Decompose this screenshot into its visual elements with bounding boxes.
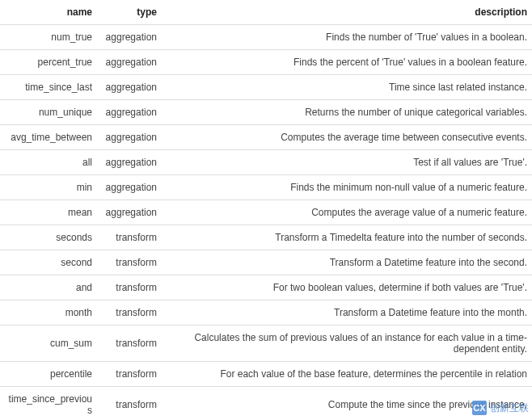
cell-type: transform — [97, 300, 162, 326]
cell-name: cum_sum — [0, 326, 97, 362]
cell-name: percent_true — [0, 50, 97, 75]
cell-description: Finds the number of 'True' values in a b… — [162, 25, 532, 50]
cell-name: seconds — [0, 225, 97, 250]
cell-type: transform — [97, 225, 162, 250]
cell-type: transform — [97, 250, 162, 275]
cell-type: aggregation — [97, 175, 162, 200]
table-row: percent_trueaggregationFinds the percent… — [0, 50, 532, 75]
table-row: time_since_lastaggregationTime since las… — [0, 75, 532, 100]
cell-description: Computes the average value of a numeric … — [162, 200, 532, 225]
cell-description: For two boolean values, determine if bot… — [162, 275, 532, 300]
cell-description: Transform a Timedelta feature into the n… — [162, 225, 532, 250]
table-header-row: name type description — [0, 0, 532, 25]
header-type: type — [97, 0, 162, 25]
cell-name: percentile — [0, 362, 97, 387]
cell-name: and — [0, 275, 97, 300]
table-row: time_since_previoustransformCompute the … — [0, 387, 532, 421]
primitives-table: name type description num_trueaggregatio… — [0, 0, 532, 420]
cell-type: transform — [97, 275, 162, 300]
cell-name: avg_time_between — [0, 125, 97, 150]
cell-description: Finds the percent of 'True' values in a … — [162, 50, 532, 75]
cell-description: Calculates the sum of previous values of… — [162, 326, 532, 362]
table-row: secondstransformTransform a Timedelta fe… — [0, 225, 532, 250]
cell-description: Compute the time since the previous inst… — [162, 387, 532, 421]
table-row: avg_time_betweenaggregationComputes the … — [0, 125, 532, 150]
cell-name: time_since_previous — [0, 387, 97, 421]
cell-description: Finds the minimum non-null value of a nu… — [162, 175, 532, 200]
cell-name: mean — [0, 200, 97, 225]
cell-type: aggregation — [97, 75, 162, 100]
header-name: name — [0, 0, 97, 25]
cell-description: Transform a Datetime feature into the se… — [162, 250, 532, 275]
cell-name: min — [0, 175, 97, 200]
cell-type: transform — [97, 387, 162, 421]
cell-type: aggregation — [97, 125, 162, 150]
table-row: andtransformFor two boolean values, dete… — [0, 275, 532, 300]
table-row: cum_sumtransformCalculates the sum of pr… — [0, 326, 532, 362]
table-row: secondtransformTransform a Datetime feat… — [0, 250, 532, 275]
table-row: meanaggregationComputes the average valu… — [0, 200, 532, 225]
cell-name: all — [0, 150, 97, 175]
table-row: minaggregationFinds the minimum non-null… — [0, 175, 532, 200]
cell-name: second — [0, 250, 97, 275]
header-description: description — [162, 0, 532, 25]
cell-name: time_since_last — [0, 75, 97, 100]
cell-description: Returns the number of unique categorical… — [162, 100, 532, 125]
cell-type: aggregation — [97, 25, 162, 50]
cell-description: Time since last related instance. — [162, 75, 532, 100]
cell-type: aggregation — [97, 50, 162, 75]
cell-type: aggregation — [97, 200, 162, 225]
cell-type: transform — [97, 326, 162, 362]
cell-description: For each value of the base feature, dete… — [162, 362, 532, 387]
cell-description: Test if all values are 'True'. — [162, 150, 532, 175]
cell-description: Transform a Datetime feature into the mo… — [162, 300, 532, 326]
cell-type: aggregation — [97, 100, 162, 125]
table-row: allaggregationTest if all values are 'Tr… — [0, 150, 532, 175]
cell-type: transform — [97, 362, 162, 387]
table-row: num_uniqueaggregationReturns the number … — [0, 100, 532, 125]
cell-type: aggregation — [97, 150, 162, 175]
cell-description: Computes the average time between consec… — [162, 125, 532, 150]
table-row: num_trueaggregationFinds the number of '… — [0, 25, 532, 50]
cell-name: month — [0, 300, 97, 326]
cell-name: num_unique — [0, 100, 97, 125]
table-row: monthtransformTransform a Datetime featu… — [0, 300, 532, 326]
table-row: percentiletransformFor each value of the… — [0, 362, 532, 387]
cell-name: num_true — [0, 25, 97, 50]
